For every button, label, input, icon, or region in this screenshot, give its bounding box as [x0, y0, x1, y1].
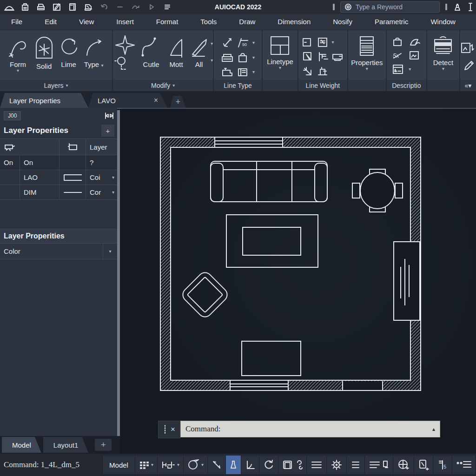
- chevron-down-icon[interactable]: ▾: [17, 68, 19, 73]
- bag-small-icon[interactable]: [392, 37, 404, 47]
- plot-preview-icon[interactable]: [83, 2, 94, 12]
- line-swatch-icon[interactable]: [60, 185, 86, 199]
- modify-panel-label[interactable]: Modify▾: [113, 80, 213, 91]
- menu-draw[interactable]: Draw: [228, 14, 266, 30]
- solid-button[interactable]: Solid: [31, 33, 57, 70]
- detect-button[interactable]: Detect ▾: [428, 33, 458, 71]
- printer-icon[interactable]: [35, 2, 46, 12]
- close-icon[interactable]: ×: [154, 96, 158, 105]
- lines-box-toggle[interactable]: [365, 456, 393, 474]
- armchair[interactable]: [180, 270, 230, 319]
- ribbon-collapse-button[interactable]: «▾: [460, 80, 476, 91]
- menu-format[interactable]: Format: [145, 14, 190, 30]
- linetype-button[interactable]: Linetype ▾: [263, 33, 297, 70]
- lines-toggle-2[interactable]: [347, 456, 364, 474]
- menu-window[interactable]: Window: [419, 14, 466, 30]
- close-icon[interactable]: ×: [171, 425, 175, 434]
- menu-dimension[interactable]: Dimension: [266, 14, 322, 30]
- tab-layer-properties[interactable]: Layer Properties: [0, 93, 88, 108]
- grid-display-button[interactable]: ▾: [135, 456, 157, 474]
- settings-gear-button[interactable]: [327, 456, 346, 474]
- all-button[interactable]: All: [189, 33, 209, 68]
- chevron-down-icon[interactable]: ▾: [331, 40, 344, 45]
- chevron-up-icon[interactable]: ▴: [432, 426, 435, 433]
- chevron-down-icon[interactable]: ▾: [252, 70, 255, 74]
- annotation-toggle[interactable]: [278, 456, 306, 474]
- rect-swatch-icon[interactable]: [60, 170, 86, 185]
- command-input[interactable]: Command: ▴: [180, 421, 440, 437]
- image-adjust-icon[interactable]: [460, 42, 476, 54]
- door-opening[interactable]: [343, 381, 383, 390]
- menu-edit[interactable]: Edit: [33, 14, 68, 30]
- layer-column-header[interactable]: Layer: [86, 139, 117, 155]
- menu-nosify[interactable]: Nosify: [322, 14, 364, 30]
- menu-parametric[interactable]: Parametric: [364, 14, 420, 30]
- command-dock-handle[interactable]: ×: [158, 421, 180, 438]
- menu-insert[interactable]: Insert: [105, 14, 145, 30]
- lime-button[interactable]: Lime: [57, 33, 80, 68]
- menu-lines-icon[interactable]: [162, 2, 173, 12]
- palette-mini-button[interactable]: J00: [4, 111, 21, 120]
- line-type-panel-label[interactable]: Line Type: [214, 80, 262, 91]
- panel-toggle-button[interactable]: [414, 456, 433, 474]
- coffee-table[interactable]: [242, 341, 301, 376]
- polar-tracking-button[interactable]: ▾: [184, 456, 207, 474]
- chevron-down-icon[interactable]: ▾: [442, 66, 444, 71]
- sofa[interactable]: [211, 161, 327, 202]
- play-icon[interactable]: [146, 2, 157, 12]
- chevron-down-icon[interactable]: ▾: [151, 463, 153, 467]
- type-button[interactable]: Type ▾: [80, 33, 107, 68]
- bag-icon[interactable]: [237, 52, 250, 63]
- model-space-button[interactable]: Model: [103, 456, 135, 474]
- form-button[interactable]: Form ▾: [5, 33, 31, 73]
- pointer-flag-icon[interactable]: [0, 139, 60, 155]
- line-weight-panel-label[interactable]: Line Weight: [298, 80, 347, 91]
- round-table[interactable]: [352, 169, 403, 212]
- fivex-icon[interactable]: 5x: [392, 51, 404, 60]
- chevron-down-icon[interactable]: ▾: [201, 463, 204, 467]
- edit-plot-icon[interactable]: [51, 2, 62, 12]
- chevron-down-icon[interactable]: ▾: [252, 55, 255, 60]
- scale-toggle-button[interactable]: 5: [433, 456, 452, 474]
- chevron-down-icon[interactable]: ▾: [112, 190, 114, 195]
- tab-model[interactable]: Model: [2, 437, 41, 453]
- search-box[interactable]: Type a Reyword: [340, 1, 440, 13]
- corner-box-icon[interactable]: [221, 66, 234, 78]
- tab-lavo[interactable]: LAVO ×: [88, 93, 167, 108]
- tray-icon[interactable]: [221, 52, 234, 63]
- frame-plot-icon[interactable]: [331, 51, 344, 63]
- account-icon[interactable]: [453, 2, 462, 12]
- descriptio-panel-label[interactable]: Descriptio: [387, 80, 426, 91]
- new-layout-button[interactable]: +: [95, 439, 112, 451]
- chevron-down-icon[interactable]: ▾: [112, 175, 114, 180]
- layers-panel-label[interactable]: Layers▾: [0, 80, 112, 91]
- snap-point-icon[interactable]: [113, 33, 137, 73]
- save-icon[interactable]: [20, 2, 31, 12]
- media-console[interactable]: [394, 242, 420, 320]
- stamp-box-icon[interactable]: [317, 66, 329, 78]
- refresh-toggle[interactable]: [259, 456, 278, 474]
- ortho-mode-toggle[interactable]: [241, 456, 259, 474]
- fan-icon[interactable]: [409, 37, 421, 47]
- notebook-icon[interactable]: [67, 2, 78, 12]
- pencil-icon[interactable]: [462, 60, 474, 72]
- tab-layout1[interactable]: Layout1: [43, 437, 88, 453]
- chevron-down-icon[interactable]: ▾: [101, 63, 103, 68]
- table-row-dim[interactable]: DIM Cor▾: [0, 185, 117, 199]
- cutle-button[interactable]: Cutle: [139, 33, 163, 68]
- add-layer-button[interactable]: +: [101, 125, 114, 137]
- chevron-down-icon[interactable]: ▾: [279, 66, 281, 70]
- color-row[interactable]: Color ▾: [0, 244, 117, 259]
- new-tab-button[interactable]: +: [170, 96, 186, 108]
- snap-mode-button[interactable]: ▾: [158, 456, 183, 474]
- customization-menu-button[interactable]: [452, 456, 476, 474]
- menu-tools[interactable]: Tools: [189, 14, 228, 30]
- menu-view[interactable]: View: [68, 14, 105, 30]
- window-pic-icon[interactable]: [392, 64, 404, 75]
- chevron-down-icon[interactable]: ▾: [177, 463, 179, 467]
- flag-diamond-icon[interactable]: [302, 51, 314, 63]
- share-icon[interactable]: [130, 2, 141, 12]
- lines-toggle-1[interactable]: [307, 456, 326, 474]
- swatch-box-icon[interactable]: [302, 37, 314, 48]
- wrench-arrow-icon[interactable]: [221, 37, 234, 49]
